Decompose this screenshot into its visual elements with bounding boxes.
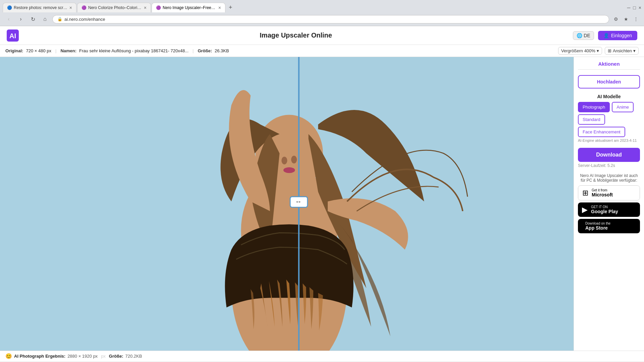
toolbar-icons: ⚙ ★ ⋮ [612,15,640,23]
apple-store-info: Download on the App Store [585,222,610,231]
image-toolbar: Original: 720 × 480 px | Namen: Frau seh… [0,45,644,57]
lang-label: DE [584,33,590,38]
app-title: Image Upscaler Online [19,32,573,39]
forward-button[interactable]: › [16,14,25,24]
status-bar: 😊 AI Photograph Ergebnis: 2880 × 1920 px… [0,351,644,361]
globe-icon: 🌐 [577,33,582,38]
svg-point-9 [291,156,297,164]
sep1: | [55,48,56,53]
apple-pre: Download on the [585,222,610,225]
sep2: | [193,48,194,53]
comparison-canvas: ↔ [0,57,574,351]
app-store-badge[interactable]: Download on the App Store [578,219,640,233]
language-button[interactable]: 🌐 DE [573,31,594,40]
status-sep: px [101,354,106,359]
model-buttons: Photograph Anime Standard Face Enhanceme… [578,102,640,137]
microsoft-name: Microsoft [592,192,613,197]
tab-title-1: Restore photos: remove scratch... [14,5,67,10]
status-emoji: 😊 [5,353,12,359]
model-anime-button[interactable]: Anime [612,102,634,112]
store-section: Nero AI Image Upscaler ist auch für PC &… [578,173,640,235]
svg-text:AI: AI [9,32,16,40]
svg-point-10 [283,167,295,173]
google-store-info: GET IT ON Google Play [591,205,618,214]
size-value: 26.3KB [215,48,229,53]
svg-text:↔: ↔ [295,198,302,205]
logo: AI [7,29,19,42]
app-header: AI Image Upscaler Online 🌐 DE 👤 Einlogge… [0,26,644,45]
address-bar: ‹ › ↻ ⌂ 🔒 ai.nero.com/enhance ⚙ ★ ⋮ [0,12,644,26]
view-chevron: ▾ [633,48,636,53]
header-right: 🌐 DE 👤 Einloggen [573,31,637,40]
lock-icon: 🔒 [57,17,62,21]
view-label: Ansichten [613,48,632,53]
tab-close-3[interactable]: × [218,5,221,10]
google-play-icon: ▶ [582,205,588,214]
status-size-value: 720.2KB [125,354,142,359]
name-label: Namen: [60,48,76,53]
url-bar[interactable]: 🔒 ai.nero.com/enhance [52,15,609,23]
upload-button[interactable]: Hochladen [578,75,640,88]
right-sidebar: Aktionen Hochladen AI Modelle Photograph… [574,57,644,351]
google-name: Google Play [591,209,618,214]
actions-header: Aktionen [578,61,640,70]
status-size-label: Größe: [109,354,123,359]
image-area[interactable]: ↔ [0,57,574,351]
tab-3[interactable]: 🟣 Nero Image Upscaler–Free Phot... × [152,3,225,12]
menu-icon[interactable]: ⋮ [632,15,640,23]
original-value: 720 × 480 px [26,48,51,53]
home-button[interactable]: ⌂ [40,14,50,24]
svg-point-8 [281,157,287,164]
ai-models-title: AI Modelle [578,94,640,99]
tab-bar: 🔵 Restore photos: remove scratch... × 🟣 … [0,0,644,12]
download-button[interactable]: Download [578,148,640,162]
minimize-icon[interactable]: ─ [627,5,630,10]
bookmarks-icon[interactable]: ★ [622,15,630,23]
ai-engine-note: AI-Engine aktualisiert am 2023-4-11 [578,138,640,142]
tab-favicon-1: 🔵 [7,5,12,10]
new-tab-button[interactable]: + [226,4,235,11]
tab-controls: ─ □ × [627,5,641,10]
server-time: Server-Laufzeit: 5.2s [578,163,640,168]
download-section: Download Server-Laufzeit: 5.2s [578,148,640,168]
tab-favicon-2: 🟣 [82,5,86,10]
google-play-badge[interactable]: ▶ GET IT ON Google Play [578,202,640,217]
size-label: Größe: [198,48,212,53]
model-standard-button[interactable]: Standard [578,114,605,125]
tab-close-1[interactable]: × [69,5,72,10]
store-text: Nero AI Image Upscaler ist auch für PC &… [578,173,640,183]
tab-close-2[interactable]: × [144,5,147,10]
logo-icon: AI [7,29,19,42]
tab-2[interactable]: 🟣 Nero Colorize Photo–Colorize Yo... × [77,3,151,12]
result-label: AI Photograph Ergebnis: [14,354,65,359]
browser-chrome: 🔵 Restore photos: remove scratch... × 🟣 … [0,0,644,26]
microsoft-store-info: Get it from Microsoft [592,188,613,197]
google-pre: GET IT ON [591,205,618,209]
restore-icon[interactable]: □ [633,5,636,10]
app: AI Image Upscaler Online 🌐 DE 👤 Einlogge… [0,26,644,361]
tab-title-2: Nero Colorize Photo–Colorize Yo... [88,5,142,10]
back-button[interactable]: ‹ [4,14,13,24]
model-photograph-button[interactable]: Photograph [578,102,610,112]
view-control[interactable]: ⊞ Ansichten ▾ [605,47,639,55]
zoom-chevron: ▾ [597,48,599,53]
url-text: ai.nero.com/enhance [64,17,604,22]
result-dimensions: 2880 × 1920 px [67,354,98,359]
tab-favicon-3: 🟣 [156,5,161,10]
microsoft-icon: ⊞ [582,189,588,197]
main-content: ↔ Aktionen Hochladen AI Modelle Photogra… [0,57,644,351]
microsoft-store-badge[interactable]: ⊞ Get it from Microsoft [578,185,640,200]
view-icon: ⊞ [608,48,611,53]
reload-button[interactable]: ↻ [28,14,38,24]
model-face-enhancement-button[interactable]: Face Enhancement [578,127,625,137]
original-label: Original: [5,48,23,53]
name-value: Frau sehr kleine Auflösung - pixabay 186… [79,48,189,53]
close-icon[interactable]: × [639,5,641,10]
tab-1[interactable]: 🔵 Restore photos: remove scratch... × [3,3,76,12]
tab-title-3: Nero Image Upscaler–Free Phot... [163,5,216,10]
extensions-icon[interactable]: ⚙ [612,15,620,23]
ai-models-section: AI Modelle Photograph Anime Standard Fac… [578,94,640,142]
zoom-control[interactable]: Vergrößern 400% ▾ [558,47,602,55]
user-icon: 👤 [603,33,609,38]
login-button[interactable]: 👤 Einloggen [598,31,637,40]
